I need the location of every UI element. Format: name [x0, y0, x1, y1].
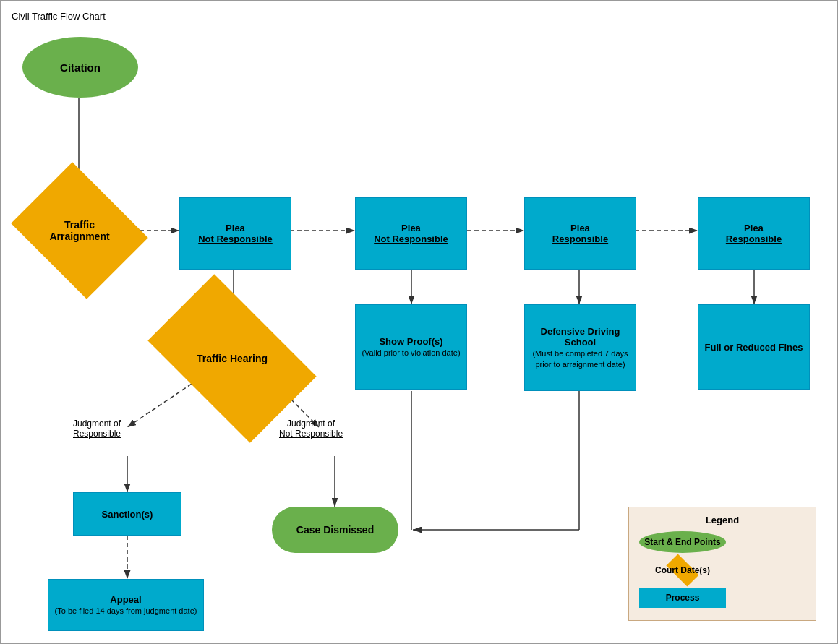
traffic-hearing-label: Traffic Hearing	[160, 312, 304, 405]
legend-box: Legend Start & End Points Court Date(s) …	[628, 507, 816, 621]
legend-title: Legend	[639, 515, 805, 525]
legend-ellipse-shape: Start & End Points	[639, 531, 726, 553]
case-dismissed-node: Case Dismissed	[272, 507, 398, 553]
plea-not-resp-1-node: PleaNot Responsible	[179, 197, 291, 270]
title-bar: Civil Traffic Flow Chart	[7, 7, 831, 25]
judgment-responsible-label: Judgment ofResponsible	[73, 418, 121, 439]
appeal-node: Appeal (To be filed 14 days from judgmen…	[48, 579, 204, 631]
judgment-not-resp-label: Judgment ofNot Responsible	[279, 418, 343, 439]
full-reduced-fines-node: Full or Reduced Fines	[698, 304, 810, 390]
legend-item-ellipse: Start & End Points	[639, 531, 805, 553]
sanctions-node: Sanction(s)	[73, 492, 181, 536]
plea-responsible-2-node: PleaResponsible	[698, 197, 810, 270]
legend-rect-shape: Process	[639, 588, 726, 608]
show-proofs-node: Show Proof(s) (Valid prior to violation …	[355, 304, 467, 390]
chart-title: Civil Traffic Flow Chart	[12, 11, 106, 22]
page-wrapper: Civil Traffic Flow Chart	[0, 0, 838, 644]
legend-item-rect: Process	[639, 588, 805, 608]
def-driving-school-node: Defensive Driving School (Must be comple…	[524, 304, 636, 391]
legend-diamond-shape: Court Date(s)	[639, 558, 726, 583]
plea-responsible-1-node: PleaResponsible	[524, 197, 636, 270]
legend-item-diamond: Court Date(s)	[639, 558, 805, 583]
plea-not-resp-2-node: PleaNot Responsible	[355, 197, 467, 270]
traffic-hearing-node: Traffic Hearing	[160, 312, 304, 405]
traffic-arraignment-label: TrafficArraignment	[26, 187, 133, 274]
citation-node: Citation	[22, 37, 138, 98]
traffic-arraignment-node: TrafficArraignment	[26, 187, 133, 274]
